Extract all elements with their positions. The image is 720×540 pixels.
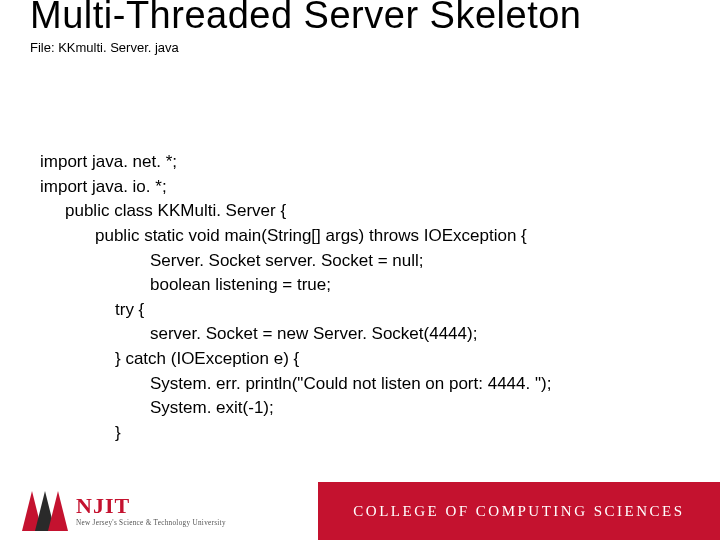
code-line: } [40,421,551,446]
njit-logo: NJIT New Jersey's Science & Technology U… [22,491,226,531]
code-line: boolean listening = true; [40,273,551,298]
code-line: import java. net. *; [40,150,551,175]
code-line: } catch (IOException e) { [40,347,551,372]
code-line: public class KKMulti. Server { [40,199,551,224]
njit-logo-icon [22,491,68,531]
footer-left: NJIT New Jersey's Science & Technology U… [0,482,318,540]
footer-right: COLLEGE OF COMPUTING SCIENCES [318,482,720,540]
college-name: COLLEGE OF COMPUTING SCIENCES [353,503,684,520]
code-line: import java. io. *; [40,175,551,200]
code-line: System. err. println("Could not listen o… [40,372,551,397]
njit-wordmark: NJIT [76,495,226,517]
slide-title: Multi-Threaded Server Skeleton [30,0,581,37]
slide: Multi-Threaded Server Skeleton File: KKm… [0,0,720,540]
code-line: try { [40,298,551,323]
code-line: server. Socket = new Server. Socket(4444… [40,322,551,347]
code-line: public static void main(String[] args) t… [40,224,551,249]
njit-tagline: New Jersey's Science & Technology Univer… [76,519,226,527]
code-line: System. exit(-1); [40,396,551,421]
code-line: Server. Socket server. Socket = null; [40,249,551,274]
slide-subtitle: File: KKmulti. Server. java [30,40,179,55]
code-block: import java. net. *; import java. io. *;… [40,150,551,446]
njit-logo-text: NJIT New Jersey's Science & Technology U… [76,495,226,527]
svg-marker-2 [48,491,68,531]
footer: NJIT New Jersey's Science & Technology U… [0,482,720,540]
